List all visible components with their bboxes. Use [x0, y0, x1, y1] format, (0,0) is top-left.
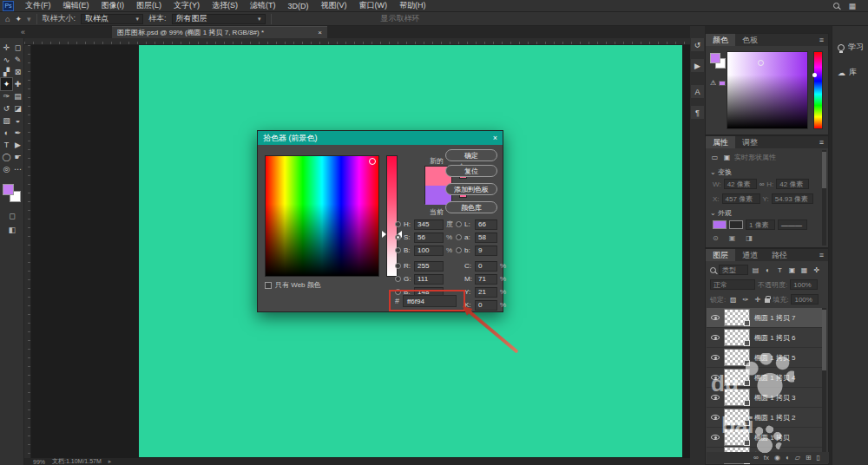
- hue-input[interactable]: 345: [414, 219, 444, 230]
- quick-mask-icon[interactable]: ◻: [0, 212, 24, 220]
- dialog-titlebar[interactable]: 拾色器 (前景色) ×: [258, 131, 503, 145]
- tool-preset-caret-icon[interactable]: ▾: [27, 15, 31, 23]
- tab-channels[interactable]: 通道: [735, 249, 765, 261]
- clone-stamp-tool[interactable]: ▤: [12, 90, 23, 102]
- healing-brush-tool[interactable]: ✚: [12, 78, 23, 90]
- scrollbar[interactable]: [822, 308, 826, 452]
- filter-shape-icon[interactable]: ▣: [787, 266, 797, 274]
- visibility-eye-icon[interactable]: [711, 415, 720, 420]
- gamut-warning-icon[interactable]: ⚠: [710, 79, 716, 87]
- layer-name[interactable]: 椭圆 1 拷贝 5: [754, 353, 796, 363]
- filter-image-icon[interactable]: ▤: [751, 266, 760, 274]
- lab-a-radio[interactable]: [456, 234, 462, 240]
- stroke-align-icon[interactable]: ⊙: [713, 234, 719, 242]
- visibility-eye-icon[interactable]: [711, 375, 720, 380]
- stroke-color-swatch[interactable]: [729, 220, 743, 229]
- black-input[interactable]: 0: [475, 300, 497, 311]
- delete-layer-icon[interactable]: ▯: [817, 454, 820, 462]
- stroke-cap-icon[interactable]: ▣: [729, 234, 736, 242]
- layer-row[interactable]: 椭圆 1 拷贝 5: [707, 348, 824, 368]
- add-mask-icon[interactable]: ◉: [774, 454, 780, 462]
- lab-b-radio[interactable]: [456, 247, 462, 253]
- lab-l-radio[interactable]: [456, 221, 462, 227]
- history-panel-icon[interactable]: ↺: [691, 38, 704, 51]
- layer-thumbnail[interactable]: [724, 329, 750, 346]
- eyedropper-tool-icon[interactable]: ✦: [15, 15, 22, 23]
- link-dimensions-icon[interactable]: ∞: [760, 180, 765, 188]
- tab-layers[interactable]: 图层: [706, 249, 735, 261]
- pen-tool[interactable]: ✒: [12, 127, 23, 139]
- lock-all-icon[interactable]: [765, 298, 770, 303]
- saturation-radio[interactable]: [395, 234, 401, 240]
- layer-name[interactable]: 椭圆 1 拷贝 3: [754, 393, 796, 403]
- layer-thumbnail[interactable]: [724, 409, 750, 426]
- history-brush-tool[interactable]: ↺: [1, 102, 12, 115]
- document-tab[interactable]: 图库图标.psd @ 99% (椭圆 1 拷贝 7, RGB/8#) * ×: [112, 26, 327, 38]
- slider-marker-left[interactable]: [382, 231, 386, 238]
- layer-row[interactable]: 椭圆 1 拷贝 2: [707, 408, 824, 428]
- frame-tool[interactable]: ⊠: [12, 66, 23, 78]
- layer-name[interactable]: 椭圆 1 拷贝 6: [754, 333, 796, 343]
- layer-name[interactable]: 椭圆 1 拷贝: [754, 433, 790, 442]
- shape-tool[interactable]: ◯: [1, 151, 12, 163]
- hue-strip[interactable]: [813, 51, 823, 129]
- menu-type[interactable]: 文字(Y): [168, 0, 206, 11]
- web-colors-only-checkbox[interactable]: 只有 Web 颜色: [265, 280, 321, 290]
- transform-section-label[interactable]: ⌄ 变换: [710, 167, 732, 177]
- fill-dropdown[interactable]: 100%: [791, 294, 819, 305]
- search-icon[interactable]: [833, 3, 839, 9]
- blend-mode-dropdown[interactable]: 正常: [710, 279, 755, 290]
- menu-file[interactable]: 文件(F): [19, 0, 57, 11]
- stroke-corner-icon[interactable]: ◨: [746, 234, 753, 242]
- dialog-close-icon[interactable]: ×: [493, 134, 497, 142]
- status-caret-icon[interactable]: ▸: [108, 458, 112, 465]
- menu-filter[interactable]: 滤镜(T): [244, 0, 282, 11]
- filter-smart-object-icon[interactable]: ▦: [799, 266, 809, 274]
- zoom-level[interactable]: 99%: [33, 459, 45, 465]
- panel-menu-icon[interactable]: ≡: [819, 34, 828, 46]
- layer-name[interactable]: 椭圆 1 拷贝 7: [754, 313, 796, 323]
- filter-adjustment-icon[interactable]: ◐: [763, 266, 773, 274]
- yellow-input[interactable]: 21: [475, 287, 497, 298]
- menu-help[interactable]: 帮助(H): [393, 0, 432, 11]
- visibility-eye-icon[interactable]: [711, 395, 720, 400]
- gradient-tool[interactable]: ▧: [1, 115, 12, 127]
- color-slider[interactable]: [386, 155, 398, 277]
- actions-panel-icon[interactable]: ▶: [691, 59, 704, 72]
- color-field-marker[interactable]: [369, 158, 376, 165]
- dodge-tool[interactable]: ◐: [1, 127, 12, 139]
- collapse-panels-icon[interactable]: «: [21, 28, 25, 36]
- lock-pixels-icon[interactable]: ✑: [740, 296, 750, 304]
- close-tab-icon[interactable]: ×: [318, 29, 322, 36]
- sample-dropdown[interactable]: 所有图层▾: [172, 14, 266, 24]
- appearance-section-label[interactable]: ⌄ 外观: [710, 208, 732, 218]
- panel-menu-icon[interactable]: ≡: [819, 249, 828, 261]
- layer-name[interactable]: 椭圆 1 拷贝 4: [754, 373, 796, 383]
- layer-thumbnail[interactable]: [724, 369, 750, 386]
- opacity-dropdown[interactable]: 100%: [790, 279, 818, 290]
- layer-row[interactable]: 椭圆 1 拷贝 7: [707, 308, 824, 328]
- green-radio[interactable]: [395, 276, 401, 282]
- checkbox-icon[interactable]: [265, 282, 272, 289]
- tab-swatches[interactable]: 色板: [735, 34, 765, 46]
- link-layers-icon[interactable]: ∞: [753, 454, 759, 462]
- color-marker[interactable]: [758, 60, 764, 66]
- menu-layer[interactable]: 图层(L): [130, 0, 168, 11]
- lab-a-input[interactable]: 58: [475, 232, 497, 243]
- eyedropper-tool[interactable]: ✦: [1, 78, 12, 90]
- saturation-brightness-field[interactable]: [727, 51, 808, 129]
- layer-name[interactable]: 椭圆 1 拷贝 2: [754, 413, 796, 422]
- stroke-type-dropdown[interactable]: ———: [778, 219, 807, 230]
- paragraph-panel-icon[interactable]: ¶: [691, 106, 704, 119]
- color-libraries-button[interactable]: 颜色库: [445, 201, 497, 213]
- hand-tool[interactable]: ☛: [12, 151, 23, 163]
- eraser-tool[interactable]: ◪: [12, 102, 23, 115]
- brightness-radio[interactable]: [395, 247, 401, 253]
- sample-size-dropdown[interactable]: 取样点▾: [81, 14, 143, 24]
- menu-edit[interactable]: 编辑(E): [57, 0, 95, 11]
- visibility-eye-icon[interactable]: [711, 435, 720, 440]
- red-input[interactable]: 255: [414, 261, 444, 272]
- tab-properties[interactable]: 属性: [706, 136, 735, 148]
- visibility-eye-icon[interactable]: [711, 315, 720, 320]
- visibility-eye-icon[interactable]: [711, 355, 720, 360]
